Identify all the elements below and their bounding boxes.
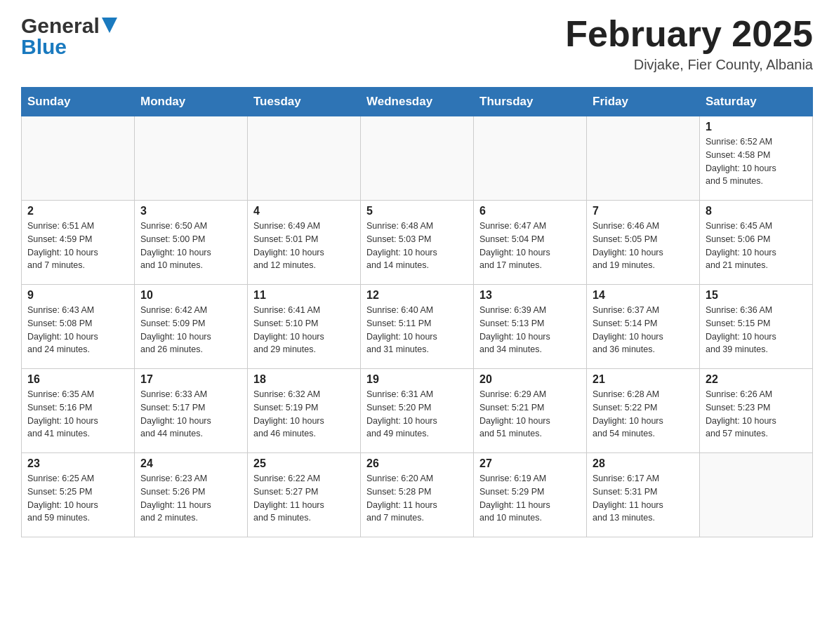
table-row: 14Sunrise: 6:37 AMSunset: 5:14 PMDayligh… xyxy=(587,285,700,369)
table-row xyxy=(700,453,813,537)
calendar-week-row: 16Sunrise: 6:35 AMSunset: 5:16 PMDayligh… xyxy=(22,369,813,453)
day-number: 7 xyxy=(593,205,694,217)
table-row: 3Sunrise: 6:50 AMSunset: 5:00 PMDaylight… xyxy=(135,201,248,285)
table-row: 9Sunrise: 6:43 AMSunset: 5:08 PMDaylight… xyxy=(22,285,135,369)
calendar-table: Sunday Monday Tuesday Wednesday Thursday… xyxy=(21,87,813,537)
table-row: 20Sunrise: 6:29 AMSunset: 5:21 PMDayligh… xyxy=(474,369,587,453)
day-info: Sunrise: 6:37 AMSunset: 5:14 PMDaylight:… xyxy=(593,304,694,356)
table-row xyxy=(248,116,361,201)
col-saturday: Saturday xyxy=(700,88,813,116)
day-info: Sunrise: 6:26 AMSunset: 5:23 PMDaylight:… xyxy=(706,388,807,441)
day-number: 4 xyxy=(253,205,355,217)
day-info: Sunrise: 6:32 AMSunset: 5:19 PMDaylight:… xyxy=(253,388,355,441)
day-number: 20 xyxy=(479,373,581,386)
day-info: Sunrise: 6:36 AMSunset: 5:15 PMDaylight:… xyxy=(706,304,807,356)
day-number: 21 xyxy=(593,373,694,386)
calendar-week-row: 9Sunrise: 6:43 AMSunset: 5:08 PMDaylight… xyxy=(22,285,813,369)
logo-triangle-icon xyxy=(102,18,117,33)
day-info: Sunrise: 6:35 AMSunset: 5:16 PMDaylight:… xyxy=(27,388,128,441)
table-row: 24Sunrise: 6:23 AMSunset: 5:26 PMDayligh… xyxy=(135,453,248,537)
day-info: Sunrise: 6:20 AMSunset: 5:28 PMDaylight:… xyxy=(366,472,468,525)
calendar-subtitle: Divjake, Fier County, Albania xyxy=(565,57,813,73)
table-row: 11Sunrise: 6:41 AMSunset: 5:10 PMDayligh… xyxy=(248,285,361,369)
day-number: 27 xyxy=(479,457,581,470)
logo-blue-text: Blue xyxy=(21,35,117,59)
day-number: 13 xyxy=(479,289,581,302)
day-number: 16 xyxy=(27,373,128,386)
table-row: 25Sunrise: 6:22 AMSunset: 5:27 PMDayligh… xyxy=(248,453,361,537)
day-info: Sunrise: 6:45 AMSunset: 5:06 PMDaylight:… xyxy=(706,220,807,272)
day-info: Sunrise: 6:47 AMSunset: 5:04 PMDaylight:… xyxy=(479,220,581,272)
day-number: 18 xyxy=(253,373,355,386)
day-info: Sunrise: 6:28 AMSunset: 5:22 PMDaylight:… xyxy=(593,388,694,441)
day-info: Sunrise: 6:42 AMSunset: 5:09 PMDaylight:… xyxy=(140,304,241,356)
day-info: Sunrise: 6:43 AMSunset: 5:08 PMDaylight:… xyxy=(27,304,128,356)
day-number: 8 xyxy=(706,205,807,217)
day-number: 5 xyxy=(366,205,468,217)
day-info: Sunrise: 6:23 AMSunset: 5:26 PMDaylight:… xyxy=(140,472,241,525)
table-row: 26Sunrise: 6:20 AMSunset: 5:28 PMDayligh… xyxy=(361,453,474,537)
calendar-week-row: 1Sunrise: 6:52 AMSunset: 4:58 PMDaylight… xyxy=(22,116,813,201)
day-number: 23 xyxy=(27,457,128,470)
table-row: 5Sunrise: 6:48 AMSunset: 5:03 PMDaylight… xyxy=(361,201,474,285)
calendar-week-row: 2Sunrise: 6:51 AMSunset: 4:59 PMDaylight… xyxy=(22,201,813,285)
day-info: Sunrise: 6:29 AMSunset: 5:21 PMDaylight:… xyxy=(479,388,581,441)
calendar-title: February 2025 xyxy=(565,14,813,54)
table-row: 7Sunrise: 6:46 AMSunset: 5:05 PMDaylight… xyxy=(587,201,700,285)
day-number: 28 xyxy=(593,457,694,470)
day-number: 26 xyxy=(366,457,468,470)
day-info: Sunrise: 6:22 AMSunset: 5:27 PMDaylight:… xyxy=(253,472,355,525)
table-row: 10Sunrise: 6:42 AMSunset: 5:09 PMDayligh… xyxy=(135,285,248,369)
day-number: 14 xyxy=(593,289,694,302)
day-info: Sunrise: 6:39 AMSunset: 5:13 PMDaylight:… xyxy=(479,304,581,356)
day-number: 9 xyxy=(27,289,128,302)
col-sunday: Sunday xyxy=(22,88,135,116)
day-info: Sunrise: 6:17 AMSunset: 5:31 PMDaylight:… xyxy=(593,472,694,525)
table-row: 15Sunrise: 6:36 AMSunset: 5:15 PMDayligh… xyxy=(700,285,813,369)
table-row: 18Sunrise: 6:32 AMSunset: 5:19 PMDayligh… xyxy=(248,369,361,453)
col-friday: Friday xyxy=(587,88,700,116)
day-info: Sunrise: 6:49 AMSunset: 5:01 PMDaylight:… xyxy=(253,220,355,272)
table-row xyxy=(135,116,248,201)
table-row: 6Sunrise: 6:47 AMSunset: 5:04 PMDaylight… xyxy=(474,201,587,285)
day-number: 2 xyxy=(27,205,128,217)
day-info: Sunrise: 6:33 AMSunset: 5:17 PMDaylight:… xyxy=(140,388,241,441)
col-tuesday: Tuesday xyxy=(248,88,361,116)
svg-marker-0 xyxy=(102,18,117,33)
day-number: 11 xyxy=(253,289,355,302)
day-number: 19 xyxy=(366,373,468,386)
title-block: February 2025 Divjake, Fier County, Alba… xyxy=(565,14,813,73)
table-row: 28Sunrise: 6:17 AMSunset: 5:31 PMDayligh… xyxy=(587,453,700,537)
table-row: 1Sunrise: 6:52 AMSunset: 4:58 PMDaylight… xyxy=(700,116,813,201)
day-info: Sunrise: 6:50 AMSunset: 5:00 PMDaylight:… xyxy=(140,220,241,272)
table-row: 4Sunrise: 6:49 AMSunset: 5:01 PMDaylight… xyxy=(248,201,361,285)
table-row: 13Sunrise: 6:39 AMSunset: 5:13 PMDayligh… xyxy=(474,285,587,369)
table-row: 22Sunrise: 6:26 AMSunset: 5:23 PMDayligh… xyxy=(700,369,813,453)
day-info: Sunrise: 6:19 AMSunset: 5:29 PMDaylight:… xyxy=(479,472,581,525)
day-number: 15 xyxy=(706,289,807,302)
day-number: 25 xyxy=(253,457,355,470)
calendar-week-row: 23Sunrise: 6:25 AMSunset: 5:25 PMDayligh… xyxy=(22,453,813,537)
table-row xyxy=(361,116,474,201)
table-row xyxy=(474,116,587,201)
table-row: 27Sunrise: 6:19 AMSunset: 5:29 PMDayligh… xyxy=(474,453,587,537)
table-row: 19Sunrise: 6:31 AMSunset: 5:20 PMDayligh… xyxy=(361,369,474,453)
table-row: 16Sunrise: 6:35 AMSunset: 5:16 PMDayligh… xyxy=(22,369,135,453)
calendar-header-row: Sunday Monday Tuesday Wednesday Thursday… xyxy=(22,88,813,116)
col-monday: Monday xyxy=(135,88,248,116)
page-header: General Blue February 2025 Divjake, Fier… xyxy=(21,14,813,73)
day-number: 10 xyxy=(140,289,241,302)
day-info: Sunrise: 6:48 AMSunset: 5:03 PMDaylight:… xyxy=(366,220,468,272)
logo: General Blue xyxy=(21,14,117,59)
day-number: 12 xyxy=(366,289,468,302)
day-number: 3 xyxy=(140,205,241,217)
table-row: 2Sunrise: 6:51 AMSunset: 4:59 PMDaylight… xyxy=(22,201,135,285)
col-thursday: Thursday xyxy=(474,88,587,116)
day-info: Sunrise: 6:31 AMSunset: 5:20 PMDaylight:… xyxy=(366,388,468,441)
day-number: 17 xyxy=(140,373,241,386)
table-row: 17Sunrise: 6:33 AMSunset: 5:17 PMDayligh… xyxy=(135,369,248,453)
day-number: 1 xyxy=(706,121,807,133)
day-info: Sunrise: 6:52 AMSunset: 4:58 PMDaylight:… xyxy=(706,135,807,188)
col-wednesday: Wednesday xyxy=(361,88,474,116)
table-row xyxy=(22,116,135,201)
